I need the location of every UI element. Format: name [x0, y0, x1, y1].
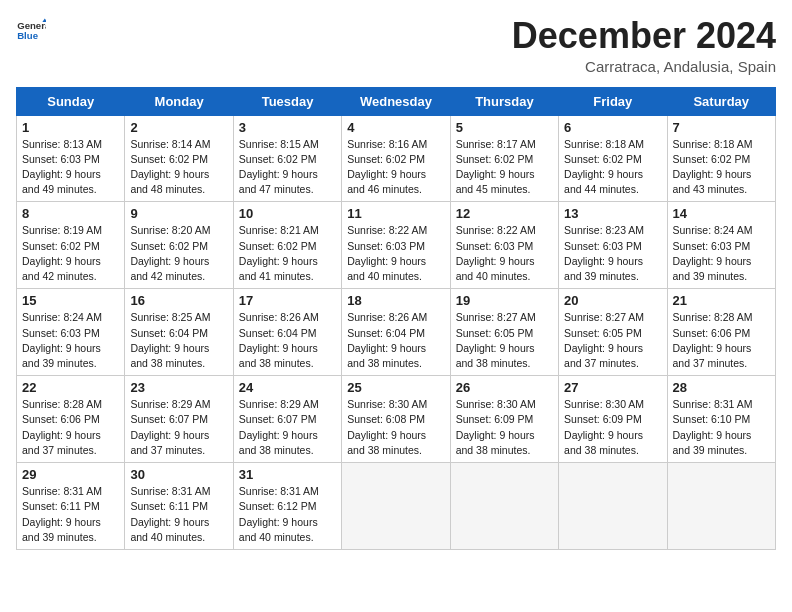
table-row: 15Sunrise: 8:24 AMSunset: 6:03 PMDayligh… [17, 289, 125, 376]
day-number: 31 [239, 467, 336, 482]
col-tuesday: Tuesday [233, 87, 341, 115]
location-title: Carratraca, Andalusia, Spain [512, 58, 776, 75]
table-row: 12Sunrise: 8:22 AMSunset: 6:03 PMDayligh… [450, 202, 558, 289]
table-row: 14Sunrise: 8:24 AMSunset: 6:03 PMDayligh… [667, 202, 775, 289]
cell-content: Sunrise: 8:30 AMSunset: 6:09 PMDaylight:… [564, 398, 644, 456]
table-row: 31Sunrise: 8:31 AMSunset: 6:12 PMDayligh… [233, 463, 341, 550]
table-row [450, 463, 558, 550]
day-number: 25 [347, 380, 444, 395]
calendar-row: 29Sunrise: 8:31 AMSunset: 6:11 PMDayligh… [17, 463, 776, 550]
table-row: 20Sunrise: 8:27 AMSunset: 6:05 PMDayligh… [559, 289, 667, 376]
calendar-row: 22Sunrise: 8:28 AMSunset: 6:06 PMDayligh… [17, 376, 776, 463]
title-area: December 2024 Carratraca, Andalusia, Spa… [512, 16, 776, 75]
cell-content: Sunrise: 8:28 AMSunset: 6:06 PMDaylight:… [22, 398, 102, 456]
cell-content: Sunrise: 8:24 AMSunset: 6:03 PMDaylight:… [673, 224, 753, 282]
table-row: 19Sunrise: 8:27 AMSunset: 6:05 PMDayligh… [450, 289, 558, 376]
day-number: 17 [239, 293, 336, 308]
table-row: 21Sunrise: 8:28 AMSunset: 6:06 PMDayligh… [667, 289, 775, 376]
table-row: 2Sunrise: 8:14 AMSunset: 6:02 PMDaylight… [125, 115, 233, 202]
cell-content: Sunrise: 8:31 AMSunset: 6:12 PMDaylight:… [239, 485, 319, 543]
table-row: 7Sunrise: 8:18 AMSunset: 6:02 PMDaylight… [667, 115, 775, 202]
logo-icon: General Blue [16, 16, 46, 46]
cell-content: Sunrise: 8:30 AMSunset: 6:08 PMDaylight:… [347, 398, 427, 456]
cell-content: Sunrise: 8:27 AMSunset: 6:05 PMDaylight:… [456, 311, 536, 369]
table-row: 10Sunrise: 8:21 AMSunset: 6:02 PMDayligh… [233, 202, 341, 289]
table-row: 23Sunrise: 8:29 AMSunset: 6:07 PMDayligh… [125, 376, 233, 463]
day-number: 2 [130, 120, 227, 135]
cell-content: Sunrise: 8:24 AMSunset: 6:03 PMDaylight:… [22, 311, 102, 369]
cell-content: Sunrise: 8:27 AMSunset: 6:05 PMDaylight:… [564, 311, 644, 369]
day-number: 26 [456, 380, 553, 395]
day-number: 1 [22, 120, 119, 135]
table-row: 25Sunrise: 8:30 AMSunset: 6:08 PMDayligh… [342, 376, 450, 463]
day-number: 16 [130, 293, 227, 308]
table-row [667, 463, 775, 550]
month-title: December 2024 [512, 16, 776, 56]
day-number: 21 [673, 293, 770, 308]
table-row: 4Sunrise: 8:16 AMSunset: 6:02 PMDaylight… [342, 115, 450, 202]
cell-content: Sunrise: 8:16 AMSunset: 6:02 PMDaylight:… [347, 138, 427, 196]
cell-content: Sunrise: 8:26 AMSunset: 6:04 PMDaylight:… [347, 311, 427, 369]
cell-content: Sunrise: 8:28 AMSunset: 6:06 PMDaylight:… [673, 311, 753, 369]
table-row: 26Sunrise: 8:30 AMSunset: 6:09 PMDayligh… [450, 376, 558, 463]
cell-content: Sunrise: 8:14 AMSunset: 6:02 PMDaylight:… [130, 138, 210, 196]
header: General Blue December 2024 Carratraca, A… [16, 16, 776, 75]
col-friday: Friday [559, 87, 667, 115]
cell-content: Sunrise: 8:26 AMSunset: 6:04 PMDaylight:… [239, 311, 319, 369]
calendar-row: 8Sunrise: 8:19 AMSunset: 6:02 PMDaylight… [17, 202, 776, 289]
day-number: 8 [22, 206, 119, 221]
cell-content: Sunrise: 8:15 AMSunset: 6:02 PMDaylight:… [239, 138, 319, 196]
cell-content: Sunrise: 8:20 AMSunset: 6:02 PMDaylight:… [130, 224, 210, 282]
day-number: 30 [130, 467, 227, 482]
table-row [559, 463, 667, 550]
day-number: 4 [347, 120, 444, 135]
col-sunday: Sunday [17, 87, 125, 115]
day-number: 15 [22, 293, 119, 308]
cell-content: Sunrise: 8:18 AMSunset: 6:02 PMDaylight:… [564, 138, 644, 196]
table-row: 17Sunrise: 8:26 AMSunset: 6:04 PMDayligh… [233, 289, 341, 376]
cell-content: Sunrise: 8:17 AMSunset: 6:02 PMDaylight:… [456, 138, 536, 196]
table-row: 8Sunrise: 8:19 AMSunset: 6:02 PMDaylight… [17, 202, 125, 289]
cell-content: Sunrise: 8:29 AMSunset: 6:07 PMDaylight:… [130, 398, 210, 456]
table-row: 11Sunrise: 8:22 AMSunset: 6:03 PMDayligh… [342, 202, 450, 289]
day-number: 20 [564, 293, 661, 308]
col-thursday: Thursday [450, 87, 558, 115]
table-row [342, 463, 450, 550]
table-row: 6Sunrise: 8:18 AMSunset: 6:02 PMDaylight… [559, 115, 667, 202]
table-row: 9Sunrise: 8:20 AMSunset: 6:02 PMDaylight… [125, 202, 233, 289]
calendar-row: 15Sunrise: 8:24 AMSunset: 6:03 PMDayligh… [17, 289, 776, 376]
table-row: 13Sunrise: 8:23 AMSunset: 6:03 PMDayligh… [559, 202, 667, 289]
cell-content: Sunrise: 8:18 AMSunset: 6:02 PMDaylight:… [673, 138, 753, 196]
cell-content: Sunrise: 8:19 AMSunset: 6:02 PMDaylight:… [22, 224, 102, 282]
col-wednesday: Wednesday [342, 87, 450, 115]
day-number: 12 [456, 206, 553, 221]
svg-text:Blue: Blue [17, 30, 38, 41]
cell-content: Sunrise: 8:31 AMSunset: 6:11 PMDaylight:… [130, 485, 210, 543]
table-row: 29Sunrise: 8:31 AMSunset: 6:11 PMDayligh… [17, 463, 125, 550]
day-number: 23 [130, 380, 227, 395]
cell-content: Sunrise: 8:30 AMSunset: 6:09 PMDaylight:… [456, 398, 536, 456]
cell-content: Sunrise: 8:31 AMSunset: 6:11 PMDaylight:… [22, 485, 102, 543]
table-row: 22Sunrise: 8:28 AMSunset: 6:06 PMDayligh… [17, 376, 125, 463]
cell-content: Sunrise: 8:23 AMSunset: 6:03 PMDaylight:… [564, 224, 644, 282]
cell-content: Sunrise: 8:22 AMSunset: 6:03 PMDaylight:… [347, 224, 427, 282]
day-number: 28 [673, 380, 770, 395]
day-number: 27 [564, 380, 661, 395]
col-monday: Monday [125, 87, 233, 115]
day-number: 6 [564, 120, 661, 135]
day-number: 14 [673, 206, 770, 221]
day-number: 7 [673, 120, 770, 135]
col-saturday: Saturday [667, 87, 775, 115]
day-number: 19 [456, 293, 553, 308]
table-row: 30Sunrise: 8:31 AMSunset: 6:11 PMDayligh… [125, 463, 233, 550]
table-row: 5Sunrise: 8:17 AMSunset: 6:02 PMDaylight… [450, 115, 558, 202]
day-number: 10 [239, 206, 336, 221]
day-number: 29 [22, 467, 119, 482]
cell-content: Sunrise: 8:13 AMSunset: 6:03 PMDaylight:… [22, 138, 102, 196]
day-number: 11 [347, 206, 444, 221]
table-row: 1Sunrise: 8:13 AMSunset: 6:03 PMDaylight… [17, 115, 125, 202]
table-row: 27Sunrise: 8:30 AMSunset: 6:09 PMDayligh… [559, 376, 667, 463]
day-number: 9 [130, 206, 227, 221]
table-row: 28Sunrise: 8:31 AMSunset: 6:10 PMDayligh… [667, 376, 775, 463]
logo: General Blue [16, 16, 46, 46]
